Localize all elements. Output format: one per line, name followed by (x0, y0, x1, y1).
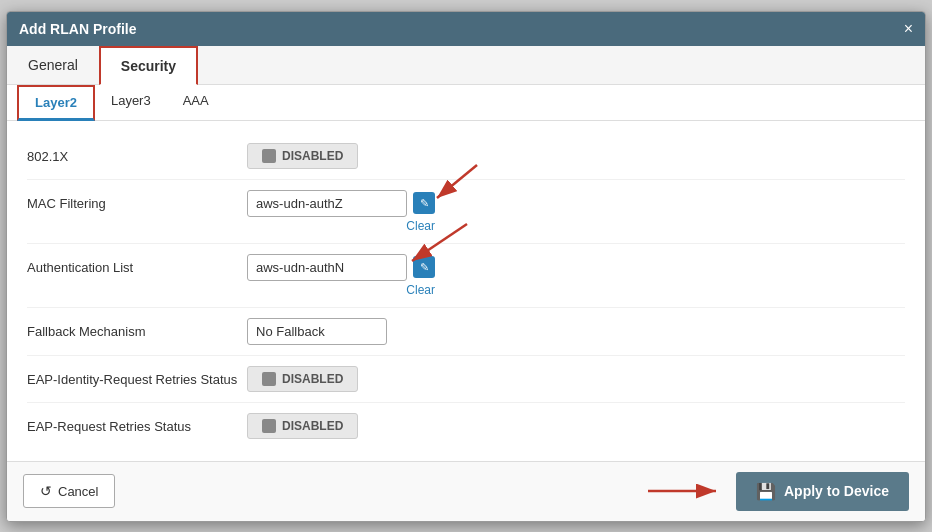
tab-layer3[interactable]: Layer3 (95, 85, 167, 120)
auth-list-select[interactable]: aws-udn-authN (247, 254, 407, 281)
tab-security[interactable]: Security (99, 46, 198, 85)
dialog-header: Add RLAN Profile × (7, 12, 925, 46)
fallback-select-wrapper: No Fallback Local Auth None (247, 318, 387, 345)
dialog-footer: ↺ Cancel 💾 Apply to Device (7, 461, 925, 521)
control-fallback: No Fallback Local Auth None (247, 318, 387, 345)
label-dot1x: 802.1X (27, 143, 247, 164)
floppy-icon: 💾 (756, 482, 776, 501)
tab-general[interactable]: General (7, 46, 99, 85)
cancel-label: Cancel (58, 484, 98, 499)
dialog-title: Add RLAN Profile (19, 21, 136, 37)
toggle-indicator-eap-request (262, 419, 276, 433)
auth-list-edit-icon[interactable]: ✎ (413, 256, 435, 278)
tab-aaa[interactable]: AAA (167, 85, 225, 120)
toggle-eap-identity[interactable]: DISABLED (247, 366, 358, 392)
auth-list-select-wrapper: aws-udn-authN ✎ (247, 254, 435, 281)
top-tab-bar: General Security (7, 46, 925, 85)
apply-area: 💾 Apply to Device (648, 472, 909, 511)
label-fallback: Fallback Mechanism (27, 318, 247, 339)
cancel-button[interactable]: ↺ Cancel (23, 474, 115, 508)
toggle-label-eap-request: DISABLED (282, 419, 343, 433)
add-rlan-profile-dialog: Add RLAN Profile × General Security Laye… (6, 11, 926, 522)
label-mac-filtering: MAC Filtering (27, 190, 247, 211)
row-mac-filtering: MAC Filtering aws-udn-authZ ✎ Clear (27, 180, 905, 244)
control-eap-identity: DISABLED (247, 366, 358, 392)
control-eap-request: DISABLED (247, 413, 358, 439)
mac-filtering-clear-link[interactable]: Clear (247, 219, 435, 233)
toggle-eap-request[interactable]: DISABLED (247, 413, 358, 439)
row-fallback: Fallback Mechanism No Fallback Local Aut… (27, 308, 905, 356)
row-auth-list: Authentication List aws-udn-authN ✎ Clea… (27, 244, 905, 308)
apply-to-device-button[interactable]: 💾 Apply to Device (736, 472, 909, 511)
apply-label: Apply to Device (784, 483, 889, 499)
toggle-dot1x[interactable]: DISABLED (247, 143, 358, 169)
form-content: 802.1X DISABLED MAC Filtering aws-udn-au… (7, 121, 925, 461)
row-eap-request: EAP-Request Retries Status DISABLED (27, 403, 905, 449)
row-eap-identity: EAP-Identity-Request Retries Status DISA… (27, 356, 905, 403)
toggle-label-dot1x: DISABLED (282, 149, 343, 163)
toggle-label-eap-identity: DISABLED (282, 372, 343, 386)
undo-icon: ↺ (40, 483, 52, 499)
fallback-select[interactable]: No Fallback Local Auth None (247, 318, 387, 345)
annotation-arrow-apply (648, 476, 728, 506)
label-auth-list: Authentication List (27, 254, 247, 275)
tab-layer2[interactable]: Layer2 (17, 85, 95, 121)
toggle-indicator-eap-identity (262, 372, 276, 386)
row-dot1x: 802.1X DISABLED (27, 133, 905, 180)
pencil-icon-2: ✎ (420, 261, 429, 274)
pencil-icon: ✎ (420, 197, 429, 210)
control-dot1x: DISABLED (247, 143, 358, 169)
sub-tab-bar: Layer2 Layer3 AAA (7, 85, 925, 121)
toggle-indicator-dot1x (262, 149, 276, 163)
control-auth-list: aws-udn-authN ✎ Clear (247, 254, 435, 297)
mac-filtering-edit-icon[interactable]: ✎ (413, 192, 435, 214)
mac-filtering-select[interactable]: aws-udn-authZ (247, 190, 407, 217)
close-button[interactable]: × (904, 20, 913, 38)
mac-filtering-select-wrapper: aws-udn-authZ ✎ (247, 190, 435, 217)
label-eap-identity: EAP-Identity-Request Retries Status (27, 366, 247, 387)
auth-list-clear-link[interactable]: Clear (247, 283, 435, 297)
label-eap-request: EAP-Request Retries Status (27, 413, 247, 434)
control-mac-filtering: aws-udn-authZ ✎ Clear (247, 190, 435, 233)
